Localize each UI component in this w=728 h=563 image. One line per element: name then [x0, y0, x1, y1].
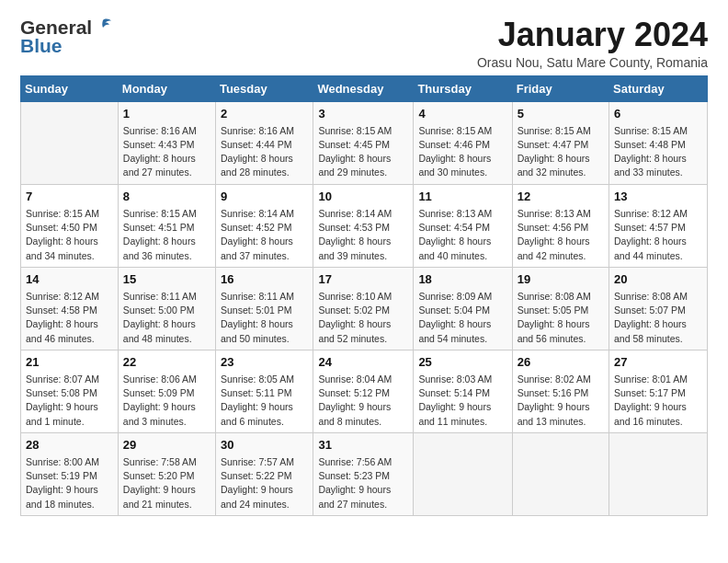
day-number: 7 — [26, 189, 113, 205]
table-row: 29Sunrise: 7:58 AMSunset: 5:20 PMDayligh… — [118, 432, 215, 515]
day-info: Sunrise: 8:16 AMSunset: 4:44 PMDaylight:… — [221, 124, 308, 180]
table-row: 6Sunrise: 8:15 AMSunset: 4:48 PMDaylight… — [609, 101, 708, 184]
day-number: 2 — [221, 106, 308, 122]
table-row: 18Sunrise: 8:09 AMSunset: 5:04 PMDayligh… — [414, 267, 512, 350]
day-info: Sunrise: 8:12 AMSunset: 4:58 PMDaylight:… — [26, 290, 113, 346]
calendar-week-row: 7Sunrise: 8:15 AMSunset: 4:50 PMDaylight… — [21, 184, 708, 267]
day-info: Sunrise: 8:01 AMSunset: 5:17 PMDaylight:… — [614, 373, 702, 429]
day-number: 27 — [614, 354, 702, 371]
page: General Blue January 2024 Orasu Nou, Sat… — [0, 0, 728, 563]
day-info: Sunrise: 8:10 AMSunset: 5:02 PMDaylight:… — [318, 290, 408, 346]
day-info: Sunrise: 7:58 AMSunset: 5:20 PMDaylight:… — [123, 455, 210, 511]
table-row — [21, 101, 119, 184]
title-block: January 2024 Orasu Nou, Satu Mare County… — [477, 17, 708, 70]
day-number: 1 — [123, 106, 210, 122]
table-row: 14Sunrise: 8:12 AMSunset: 4:58 PMDayligh… — [21, 267, 119, 350]
day-number: 14 — [26, 271, 113, 288]
header: General Blue January 2024 Orasu Nou, Sat… — [20, 17, 708, 70]
day-number: 25 — [418, 354, 506, 371]
day-number: 12 — [518, 189, 604, 205]
calendar-header-row: Sunday Monday Tuesday Wednesday Thursday… — [21, 75, 708, 101]
table-row: 11Sunrise: 8:13 AMSunset: 4:54 PMDayligh… — [414, 184, 512, 267]
day-number: 20 — [614, 271, 702, 288]
day-info: Sunrise: 8:12 AMSunset: 4:57 PMDaylight:… — [614, 207, 702, 263]
day-info: Sunrise: 8:16 AMSunset: 4:43 PMDaylight:… — [123, 124, 210, 180]
day-info: Sunrise: 8:15 AMSunset: 4:47 PMDaylight:… — [518, 124, 604, 180]
header-saturday: Saturday — [609, 75, 708, 101]
table-row: 1Sunrise: 8:16 AMSunset: 4:43 PMDaylight… — [118, 101, 215, 184]
day-info: Sunrise: 8:03 AMSunset: 5:14 PMDaylight:… — [418, 373, 506, 429]
day-info: Sunrise: 8:11 AMSunset: 5:01 PMDaylight:… — [221, 290, 308, 346]
day-info: Sunrise: 8:15 AMSunset: 4:46 PMDaylight:… — [418, 124, 506, 180]
table-row: 7Sunrise: 8:15 AMSunset: 4:50 PMDaylight… — [21, 184, 119, 267]
day-number: 28 — [26, 437, 113, 454]
day-number: 29 — [123, 437, 210, 454]
table-row: 20Sunrise: 8:08 AMSunset: 5:07 PMDayligh… — [609, 267, 708, 350]
day-info: Sunrise: 8:13 AMSunset: 4:56 PMDaylight:… — [518, 207, 604, 263]
day-number: 22 — [123, 354, 210, 371]
table-row: 10Sunrise: 8:14 AMSunset: 4:53 PMDayligh… — [313, 184, 414, 267]
table-row: 26Sunrise: 8:02 AMSunset: 5:16 PMDayligh… — [512, 350, 609, 432]
table-row: 16Sunrise: 8:11 AMSunset: 5:01 PMDayligh… — [215, 267, 313, 350]
day-info: Sunrise: 8:15 AMSunset: 4:48 PMDaylight:… — [614, 124, 702, 180]
day-number: 23 — [221, 354, 308, 371]
day-info: Sunrise: 8:15 AMSunset: 4:50 PMDaylight:… — [26, 207, 113, 263]
day-number: 31 — [318, 437, 408, 454]
table-row: 24Sunrise: 8:04 AMSunset: 5:12 PMDayligh… — [313, 350, 414, 432]
table-row: 2Sunrise: 8:16 AMSunset: 4:44 PMDaylight… — [215, 101, 313, 184]
table-row — [512, 432, 609, 515]
day-info: Sunrise: 8:08 AMSunset: 5:07 PMDaylight:… — [614, 290, 702, 346]
day-number: 24 — [318, 354, 408, 371]
calendar-week-row: 1Sunrise: 8:16 AMSunset: 4:43 PMDaylight… — [21, 101, 708, 184]
day-info: Sunrise: 8:08 AMSunset: 5:05 PMDaylight:… — [518, 290, 604, 346]
table-row: 25Sunrise: 8:03 AMSunset: 5:14 PMDayligh… — [414, 350, 512, 432]
day-number: 19 — [518, 271, 604, 288]
table-row: 28Sunrise: 8:00 AMSunset: 5:19 PMDayligh… — [21, 432, 119, 515]
table-row: 31Sunrise: 7:56 AMSunset: 5:23 PMDayligh… — [313, 432, 414, 515]
header-thursday: Thursday — [414, 75, 512, 101]
table-row: 13Sunrise: 8:12 AMSunset: 4:57 PMDayligh… — [609, 184, 708, 267]
day-number: 6 — [614, 106, 702, 122]
day-number: 18 — [418, 271, 506, 288]
day-info: Sunrise: 8:04 AMSunset: 5:12 PMDaylight:… — [318, 373, 408, 429]
day-info: Sunrise: 8:13 AMSunset: 4:54 PMDaylight:… — [418, 207, 506, 263]
table-row — [609, 432, 708, 515]
logo: General Blue — [20, 17, 113, 57]
table-row: 3Sunrise: 8:15 AMSunset: 4:45 PMDaylight… — [313, 101, 414, 184]
table-row: 8Sunrise: 8:15 AMSunset: 4:51 PMDaylight… — [118, 184, 215, 267]
day-number: 16 — [221, 271, 308, 288]
day-info: Sunrise: 8:15 AMSunset: 4:51 PMDaylight:… — [123, 207, 210, 263]
day-number: 13 — [614, 189, 702, 205]
day-number: 17 — [318, 271, 408, 288]
header-tuesday: Tuesday — [215, 75, 313, 101]
day-info: Sunrise: 8:15 AMSunset: 4:45 PMDaylight:… — [318, 124, 408, 180]
day-info: Sunrise: 7:56 AMSunset: 5:23 PMDaylight:… — [318, 455, 408, 511]
calendar-week-row: 28Sunrise: 8:00 AMSunset: 5:19 PMDayligh… — [21, 432, 708, 515]
day-number: 5 — [518, 106, 604, 122]
day-info: Sunrise: 8:00 AMSunset: 5:19 PMDaylight:… — [26, 455, 113, 511]
month-title: January 2024 — [477, 17, 708, 53]
table-row: 19Sunrise: 8:08 AMSunset: 5:05 PMDayligh… — [512, 267, 609, 350]
day-info: Sunrise: 8:05 AMSunset: 5:11 PMDaylight:… — [221, 373, 308, 429]
day-info: Sunrise: 7:57 AMSunset: 5:22 PMDaylight:… — [221, 455, 308, 511]
table-row: 4Sunrise: 8:15 AMSunset: 4:46 PMDaylight… — [414, 101, 512, 184]
table-row — [414, 432, 512, 515]
day-info: Sunrise: 8:06 AMSunset: 5:09 PMDaylight:… — [123, 373, 210, 429]
location-subtitle: Orasu Nou, Satu Mare County, Romania — [477, 55, 708, 70]
header-monday: Monday — [118, 75, 215, 101]
header-friday: Friday — [512, 75, 609, 101]
table-row: 23Sunrise: 8:05 AMSunset: 5:11 PMDayligh… — [215, 350, 313, 432]
logo-blue: Blue — [20, 35, 63, 57]
header-sunday: Sunday — [21, 75, 119, 101]
table-row: 17Sunrise: 8:10 AMSunset: 5:02 PMDayligh… — [313, 267, 414, 350]
table-row: 5Sunrise: 8:15 AMSunset: 4:47 PMDaylight… — [512, 101, 609, 184]
day-number: 4 — [418, 106, 506, 122]
day-info: Sunrise: 8:14 AMSunset: 4:53 PMDaylight:… — [318, 207, 408, 263]
table-row: 22Sunrise: 8:06 AMSunset: 5:09 PMDayligh… — [118, 350, 215, 432]
table-row: 27Sunrise: 8:01 AMSunset: 5:17 PMDayligh… — [609, 350, 708, 432]
day-info: Sunrise: 8:11 AMSunset: 5:00 PMDaylight:… — [123, 290, 210, 346]
day-number: 30 — [221, 437, 308, 454]
calendar-week-row: 21Sunrise: 8:07 AMSunset: 5:08 PMDayligh… — [21, 350, 708, 432]
day-number: 11 — [418, 189, 506, 205]
day-info: Sunrise: 8:02 AMSunset: 5:16 PMDaylight:… — [518, 373, 604, 429]
